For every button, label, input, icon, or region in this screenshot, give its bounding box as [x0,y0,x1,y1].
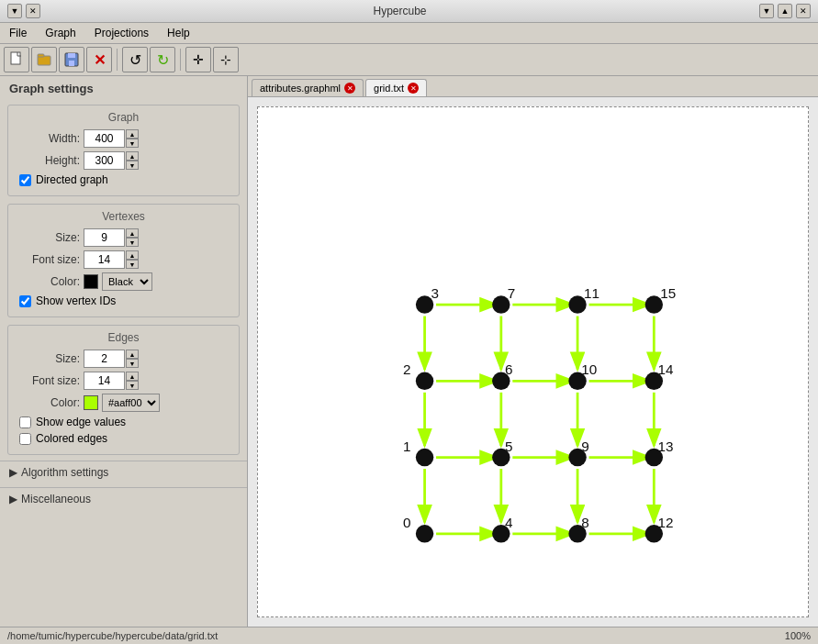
edge-fontsize-input[interactable] [84,372,125,390]
show-values-row[interactable]: Show edge values [16,416,231,428]
edge-size-down[interactable]: ▼ [126,359,139,368]
win-ctrl-2[interactable]: ✕ [26,4,40,18]
save-button[interactable] [59,47,84,72]
directed-checkbox[interactable] [19,174,31,186]
width-up[interactable]: ▲ [126,129,139,139]
edge-fontsize-spin-btns[interactable]: ▲ ▼ [126,372,139,390]
show-ids-label: Show vertex IDs [36,294,116,307]
edge-color-dropdown[interactable]: #aaff00 Black Red [102,394,160,412]
open-button[interactable] [31,47,57,72]
vertex-color-select[interactable]: Black White Red [84,272,152,291]
tab-grid-close[interactable]: ✕ [408,83,419,94]
win-close[interactable]: ✕ [796,4,811,18]
vertex-size-up[interactable]: ▲ [126,228,139,238]
node-label-10: 10 [581,361,597,377]
vertex-fontsize-down[interactable]: ▼ [126,260,139,269]
node-label-0: 0 [403,515,410,530]
edge-color-select[interactable]: #aaff00 Black Red [84,394,160,412]
show-values-label: Show edge values [36,416,126,428]
vertex-fontsize-row: Font size: ▲ ▼ [16,250,231,269]
node-label-4: 4 [505,515,513,530]
toolbar: ✕ ↺ ↻ ✛ ⊹ [0,44,818,76]
edges-section-title: Edges [16,331,231,344]
vertex-fontsize-up[interactable]: ▲ [126,250,139,260]
win-minimize[interactable]: ▼ [759,4,774,18]
width-down[interactable]: ▼ [126,139,139,148]
vertex-color-dropdown[interactable]: Black White Red [102,272,152,291]
width-spin-btns[interactable]: ▲ ▼ [126,129,139,148]
win-controls-right[interactable]: ▼ ▲ ✕ [759,4,811,18]
menu-graph[interactable]: Graph [39,25,81,41]
tab-grid[interactable]: grid.txt ✕ [365,79,427,96]
show-ids-row[interactable]: Show vertex IDs [16,294,231,307]
edge-size-input[interactable] [84,350,125,368]
height-row: Height: ▲ ▼ [16,151,231,170]
select-button[interactable]: ⊹ [213,47,239,72]
panel-title: Graph settings [0,76,247,101]
refresh-button[interactable]: ↻ [150,47,175,72]
algorithm-section[interactable]: ▶ Algorithm settings [0,461,247,483]
height-spin-btns[interactable]: ▲ ▼ [126,151,139,170]
tab-attributes-label: attributes.graphml [260,83,341,94]
win-maximize[interactable]: ▲ [778,4,792,18]
height-up[interactable]: ▲ [126,151,139,161]
height-label: Height: [16,154,80,167]
colored-edges-checkbox[interactable] [19,433,31,445]
width-row: Width: ▲ ▼ [16,129,231,148]
menu-projections[interactable]: Projections [89,25,154,41]
directed-row[interactable]: Directed graph [16,173,231,186]
node-label-9: 9 [581,439,588,454]
tab-attributes[interactable]: attributes.graphml ✕ [252,79,364,96]
vertex-color-row: Color: Black White Red [16,272,231,291]
win-controls-left[interactable]: ▼ ✕ [7,4,40,18]
title-bar: ▼ ✕ Hypercube ▼ ▲ ✕ [0,0,818,23]
vertex-size-down[interactable]: ▼ [126,238,139,247]
show-values-checkbox[interactable] [19,416,31,428]
vertex-fontsize-spinbox[interactable]: ▲ ▼ [84,250,139,269]
vertex-size-input[interactable] [84,228,125,247]
edge-size-spinbox[interactable]: ▲ ▼ [84,350,139,368]
new-button[interactable] [4,47,29,72]
algorithm-header[interactable]: ▶ Algorithm settings [0,461,247,483]
vertex-size-spin-btns[interactable]: ▲ ▼ [126,228,139,247]
width-input[interactable] [84,129,125,148]
vertex-color-label: Color: [16,275,80,288]
win-ctrl-1[interactable]: ▼ [7,4,22,18]
tab-attributes-close[interactable]: ✕ [344,83,355,94]
edge-fontsize-down[interactable]: ▼ [126,381,139,390]
menu-help[interactable]: Help [162,25,196,41]
node-label-7: 7 [508,285,515,301]
node-label-2: 2 [403,361,410,377]
edge-color-label: Color: [16,396,80,409]
height-input[interactable] [84,151,125,170]
vertex-fontsize-input[interactable] [84,250,125,269]
misc-section[interactable]: ▶ Miscellaneous [0,487,247,510]
edge-fontsize-up[interactable]: ▲ [126,372,139,381]
show-ids-checkbox[interactable] [19,295,31,307]
width-label: Width: [16,132,80,145]
width-spinbox[interactable]: ▲ ▼ [84,129,139,148]
colored-edges-row[interactable]: Colored edges [16,432,231,445]
graph-svg: 3 7 11 15 2 6 10 14 1 5 [258,107,808,616]
height-down[interactable]: ▼ [126,161,139,170]
node-label-13: 13 [657,439,673,454]
svg-rect-4 [68,53,75,58]
toolbar-sep-1 [117,49,118,71]
edge-fontsize-spinbox[interactable]: ▲ ▼ [84,372,139,390]
status-zoom: 100% [785,630,811,641]
status-path: /home/tumic/hypercube/hypercube/data/gri… [7,630,218,641]
graph-canvas[interactable]: 3 7 11 15 2 6 10 14 1 5 [257,106,809,617]
menu-file[interactable]: File [4,25,32,41]
misc-header[interactable]: ▶ Miscellaneous [0,488,247,510]
rotate-button[interactable]: ↺ [122,47,148,72]
vertex-fontsize-spin-btns[interactable]: ▲ ▼ [126,250,139,269]
edge-size-spin-btns[interactable]: ▲ ▼ [126,350,139,368]
edge-size-up[interactable]: ▲ [126,350,139,359]
vertex-size-spinbox[interactable]: ▲ ▼ [84,228,139,247]
close-red-button[interactable]: ✕ [86,47,112,72]
move-button[interactable]: ✛ [185,47,211,72]
node-1 [416,449,433,466]
misc-arrow: ▶ [9,493,17,505]
height-spinbox[interactable]: ▲ ▼ [84,151,139,170]
edge-fontsize-label: Font size: [16,374,80,387]
